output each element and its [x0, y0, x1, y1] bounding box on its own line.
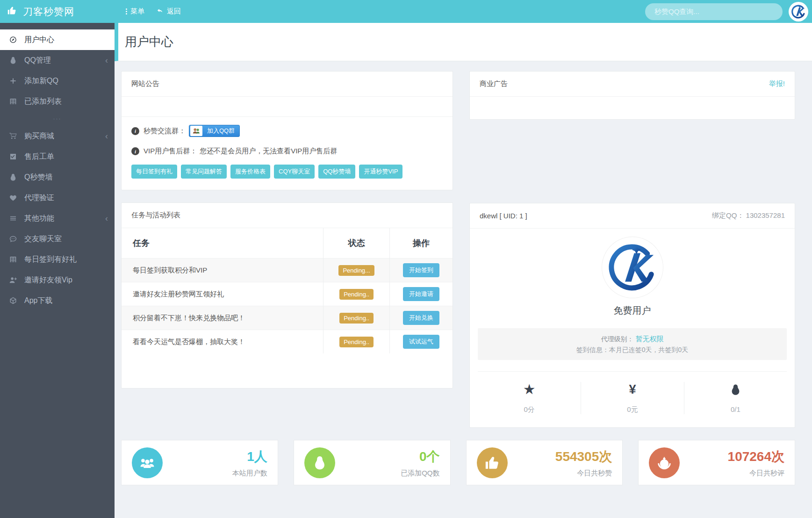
quick-link-1[interactable]: 常见问题解答 [181, 165, 227, 179]
qq-icon [729, 382, 742, 397]
table-icon [8, 97, 18, 106]
ad-card: 商业广告 举报! [469, 71, 795, 120]
sidebar-item-label: 售后工单 [24, 152, 54, 162]
sidebar-item-3[interactable]: 已添加列表 [0, 91, 115, 112]
table-row: 看看今天运气是否爆棚，抽取大奖！Pending..试试运气 [122, 330, 453, 354]
sidebar-item-8[interactable]: 代理验证 [0, 187, 115, 208]
vertical-dots-icon [126, 8, 127, 14]
brand-title: 刀客秒赞网 [23, 5, 74, 18]
quick-link-5[interactable]: 开通秒赞VIP [359, 165, 402, 179]
task-cell: 看看今天运气是否爆棚，抽取大奖！ [122, 330, 323, 354]
quick-link-0[interactable]: 每日签到有礼 [131, 165, 177, 179]
task-cell: 邀请好友注册秒赞网互领好礼 [122, 282, 323, 306]
profile-card: dkewl [ UID: 1 ] 绑定QQ： 1302357281 免费用户 [469, 203, 795, 428]
sidebar-item-2[interactable]: 添加新QQ [0, 71, 115, 91]
menu-button[interactable]: 菜单 [126, 7, 144, 16]
list-icon [8, 214, 18, 223]
comment-icon [8, 235, 18, 243]
sidebar-item-1[interactable]: QQ管理‹ [0, 50, 115, 71]
summary-card-1: 0个已添加QQ数 [294, 440, 451, 485]
info-icon: i [131, 147, 139, 155]
summary-value: 0个 [401, 448, 439, 466]
status-badge: Pending.. [339, 337, 374, 347]
table-row: 积分留着不下崽！快来兑换物品吧！Pending..开始兑换 [122, 306, 453, 330]
status-badge: Pending.. [339, 313, 374, 324]
summary-value: 554305次 [555, 448, 612, 466]
profile-stats: ★0分¥0元0/1 [478, 371, 787, 427]
sidebar-item-9[interactable]: 其他功能‹ [0, 208, 115, 229]
sidebar-item-6[interactable]: 售后工单 [0, 146, 115, 167]
sidebar-item-label: 已添加列表 [24, 97, 62, 107]
task-cell: 积分留着不下崽！快来兑换物品吧！ [122, 306, 323, 330]
task-action-button-2[interactable]: 开始兑换 [403, 311, 439, 325]
compass-icon [8, 36, 18, 44]
summary-label: 今日共秒赞 [555, 469, 612, 478]
sidebar-item-7[interactable]: Q秒赞墙 [0, 167, 115, 187]
action-cell: 试试运气 [389, 330, 453, 354]
sidebar-item-10[interactable]: 交友聊天室 [0, 229, 115, 249]
star-icon: ★ [523, 382, 536, 397]
summary-card-3: 107264次今日共秒评 [638, 440, 795, 485]
sidebar-item-12[interactable]: 邀请好友领Vip [0, 270, 115, 290]
chevron-left-icon: ‹ [105, 132, 108, 140]
yen-icon: ¥ [629, 382, 636, 397]
rebel-icon [649, 447, 680, 478]
task-card-footer [122, 353, 453, 388]
top-navbar: 刀客秒赞网 菜单 返回 [0, 0, 812, 23]
reply-arrow-icon [157, 7, 164, 16]
sidebar-item-0[interactable]: 用户中心 [0, 29, 115, 50]
col-header-task: 任务 [122, 228, 323, 259]
sidebar-item-label: 交友聊天室 [24, 234, 62, 244]
announcement-card: 网站公告 i 秒赞交流群： 加入QQ群 [121, 71, 453, 190]
sidebar-item-11[interactable]: 每日签到有好礼 [0, 249, 115, 270]
quick-link-4[interactable]: QQ秒赞墙 [318, 165, 355, 179]
status-badge: Pending... [338, 265, 374, 276]
announcement-title: 网站公告 [131, 79, 159, 88]
task-action-button-1[interactable]: 开始邀请 [403, 287, 439, 301]
summary-card-2: 554305次今日共秒赞 [466, 440, 623, 485]
status-badge: Pending.. [339, 289, 374, 300]
table-row: 每日签到获取积分和VIPPending...开始签到 [122, 259, 453, 282]
task-card-title: 任务与活动列表 [131, 211, 180, 220]
task-card: 任务与活动列表 任务 状态 操作 每日签到获取积分和VIPPending...开… [121, 202, 453, 388]
qq-icon [8, 56, 18, 65]
profile-stat: ¥0元 [581, 382, 683, 414]
task-table: 任务 状态 操作 每日签到获取积分和VIPPending...开始签到邀请好友注… [122, 228, 453, 353]
agent-level-link[interactable]: 暂无权限 [635, 335, 663, 343]
task-action-button-3[interactable]: 试试运气 [403, 335, 439, 349]
cart-icon [8, 132, 18, 140]
task-cell: 每日签到获取积分和VIP [122, 259, 323, 282]
profile-stat-value: 0元 [627, 405, 638, 414]
summary-value: 1人 [232, 448, 267, 466]
task-action-button-0[interactable]: 开始签到 [403, 263, 439, 277]
action-cell: 开始兑换 [389, 306, 453, 330]
sidebar-item-13[interactable]: App下载 [0, 290, 115, 311]
page-header: 用户中心 [115, 23, 812, 61]
sidebar-item-label: 每日签到有好礼 [24, 255, 77, 265]
quick-link-2[interactable]: 服务价格表 [230, 165, 270, 179]
users-icon [132, 447, 163, 478]
site-logo-avatar[interactable] [789, 2, 808, 22]
sidebar-item-5[interactable]: 购买商城‹ [0, 126, 115, 146]
sidebar-item-label: 邀请好友领Vip [24, 275, 72, 285]
userplus-icon [8, 276, 18, 284]
summary-value: 107264次 [728, 448, 784, 466]
check-icon [8, 152, 18, 161]
status-cell: Pending... [323, 259, 390, 282]
action-cell: 开始邀请 [389, 282, 453, 306]
heart-icon [8, 194, 18, 202]
summary-label: 已添加QQ数 [401, 469, 439, 478]
bound-qq: 绑定QQ： 1302357281 [712, 211, 785, 220]
sidebar-item-label: QQ管理 [24, 56, 51, 65]
back-button[interactable]: 返回 [157, 7, 181, 16]
announcement-body-empty [122, 97, 453, 117]
quick-link-3[interactable]: CQY聊天室 [274, 165, 315, 179]
search-input[interactable] [645, 3, 783, 20]
col-header-action: 操作 [389, 228, 453, 259]
join-qq-group-button[interactable]: 加入QQ群 [189, 125, 240, 137]
qq-icon [8, 173, 18, 181]
report-link[interactable]: 举报! [769, 79, 785, 88]
user-type-label: 免费用户 [478, 304, 787, 317]
action-cell: 开始签到 [389, 259, 453, 282]
info-icon: i [131, 127, 139, 135]
